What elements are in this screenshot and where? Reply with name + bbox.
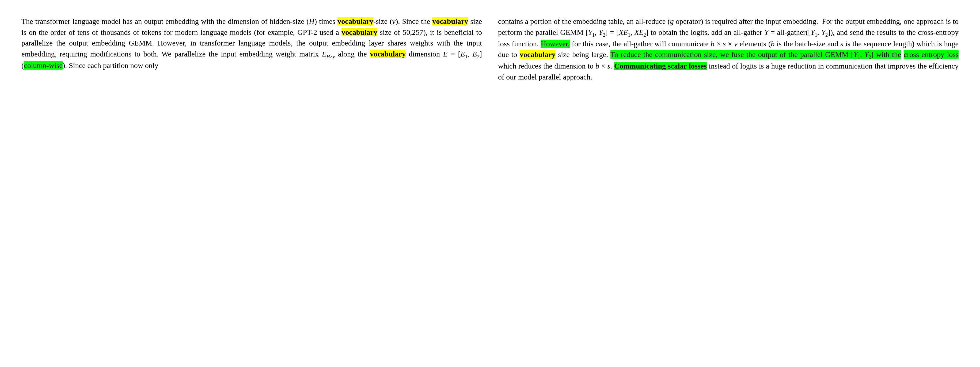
xe1-sub: 1	[628, 32, 630, 37]
xe1-var: XE	[619, 28, 628, 37]
y1-ag: Y	[811, 28, 815, 37]
b-var-3: b	[595, 62, 599, 70]
g-variable: g	[670, 17, 674, 26]
y2-fuse-sub: 2	[869, 54, 871, 60]
h-times-v-subscript: H×v	[326, 54, 335, 59]
right-paragraph: contains a portion of the embedding tabl…	[498, 16, 959, 83]
s-var: s	[723, 40, 726, 48]
b-var: b	[711, 40, 714, 48]
e2-subscript: 2	[477, 54, 480, 59]
left-paragraph: The transformer language model has an ou…	[21, 16, 482, 71]
column-wise-highlight: column-wise	[24, 61, 63, 70]
y1-sub: 1	[592, 32, 595, 37]
left-column: The transformer language model has an ou…	[21, 16, 482, 351]
y1-var: Y	[588, 28, 592, 37]
vocab-highlight-right: vocabulary	[520, 50, 555, 59]
y2-sub: 2	[603, 32, 605, 37]
h-variable: H	[309, 17, 315, 26]
s-var-3: s	[608, 62, 611, 70]
v-variable-1: v	[392, 17, 396, 26]
s-var-2: s	[840, 40, 843, 48]
to-reduce-highlight: To reduce the communication size, we fus…	[611, 50, 901, 59]
e-matrix: E	[322, 50, 326, 58]
y1-fuse-sub: 1	[858, 54, 860, 60]
xe2-sub: 2	[644, 32, 646, 37]
page: The transformer language model has an ou…	[0, 0, 980, 367]
vocab-highlight-4: vocabulary	[370, 50, 406, 58]
right-column: contains a portion of the embedding tabl…	[498, 16, 959, 351]
b-var-2: b	[771, 40, 775, 48]
y1-ag-sub: 1	[815, 32, 817, 37]
however-highlight: However,	[541, 40, 570, 48]
y1-fuse: Y	[853, 50, 858, 59]
y-allgather: Y	[764, 28, 768, 37]
vocab-highlight-2: vocabulary	[432, 17, 468, 26]
cross-entropy-highlight: cross entropy loss	[904, 50, 959, 59]
communicating-highlight: Communicating scalar losses	[614, 62, 707, 70]
vocab-highlight-1: vocabulary	[337, 17, 373, 26]
y2-ag: Y	[821, 28, 826, 37]
e1-subscript: 1	[465, 54, 468, 59]
vocab-highlight-3: vocabulary	[342, 28, 377, 37]
xe2-var: XE	[634, 28, 643, 37]
v-var: v	[734, 40, 737, 48]
e2-variable: E	[473, 50, 477, 58]
y2-fuse: Y	[864, 50, 869, 59]
e-variable: E	[443, 50, 448, 58]
y2-ag-sub: 2	[825, 32, 828, 37]
e1-variable: E	[461, 50, 465, 58]
y2-var: Y	[599, 28, 603, 37]
